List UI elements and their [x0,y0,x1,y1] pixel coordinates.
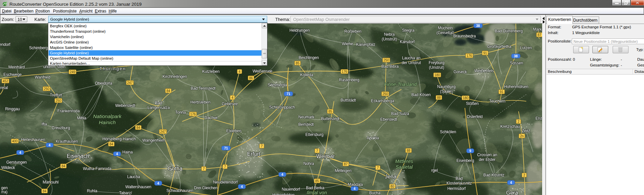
svg-text:(Saale): (Saale) [440,89,452,94]
svg-text:Oberdorla: Oberdorla [95,81,112,86]
svg-text:Bad Bibra: Bad Bibra [382,64,399,69]
svg-text:Tabarz/: Tabarz/ [119,191,132,195]
svg-text:Heldrungen: Heldrungen [289,28,310,33]
svg-text:Dachwi: Dachwi [204,115,217,120]
svg-text:88: 88 [407,149,411,152]
svg-text:250: 250 [56,99,61,103]
svg-text:84: 84 [61,164,65,168]
svg-text:Bad Kösen: Bad Kösen [412,92,431,97]
svg-text:4: 4 [281,173,283,176]
svg-text:Gebesee: Gebesee [222,102,238,106]
svg-text:250: 250 [384,58,389,62]
svg-text:38: 38 [514,54,518,58]
svg-text:Ilmtal von: Ilmtal von [307,190,327,195]
svg-text:Hörselberg-Hainich: Hörselberg-Hainich [102,137,136,141]
svg-text:4: 4 [241,185,243,189]
svg-text:Herleshausen: Herleshausen [21,137,45,142]
svg-text:Elxleben: Elxleben [226,129,241,133]
svg-text:2: 2 [517,120,520,123]
svg-text:Naumburg: Naumburg [437,84,455,89]
svg-text:Braunsbedra: Braunsbedra [453,34,476,38]
svg-text:249: 249 [70,70,76,74]
svg-text:7: 7 [377,166,379,170]
svg-text:Finne-Triasland: Finne-Triasland [384,82,417,87]
svg-text:Eberstedt: Eberstedt [380,117,397,122]
svg-text:Nohra: Nohra [303,161,314,166]
svg-text:Buttstädt: Buttstädt [340,98,356,103]
svg-text:Buttelstedt: Buttelstedt [321,116,340,121]
svg-text:84: 84 [109,142,113,146]
svg-text:Ifta: Ifta [41,122,47,127]
svg-text:Treffurt: Treffurt [50,93,62,98]
svg-text:Nauendorf: Nauendorf [282,187,300,192]
svg-text:Bad Dürrenberg: Bad Dürrenberg [495,29,523,33]
svg-text:85: 85 [296,61,300,65]
svg-text:88: 88 [437,96,441,100]
svg-text:Wiehe: Wiehe [342,41,353,46]
svg-text:retal: retal [0,85,8,90]
svg-text:Bad Sulza: Bad Sulza [391,111,409,116]
svg-text:Freyburg: Freyburg [429,60,444,65]
svg-text:Weißensee: Weißensee [253,69,273,74]
svg-text:Roßleben: Roßleben [344,29,361,34]
svg-text:400: 400 [12,139,18,143]
svg-text:Klosterlausnitz: Klosterlausnitz [446,181,472,186]
svg-text:Magdala: Magdala [348,182,363,187]
svg-text:Goseck: Goseck [453,69,467,74]
svg-text:Schimberg: Schimberg [29,46,48,50]
svg-text:4: 4 [239,70,241,74]
svg-text:Langensalza: Langensalza [147,105,170,110]
svg-text:Crossen an: Crossen an [477,152,497,157]
svg-text:Apolda: Apolda [367,136,379,140]
svg-text:84: 84 [136,126,140,130]
svg-text:endorf: endorf [0,42,10,47]
svg-text:Karsdorf: Karsdorf [400,39,415,44]
svg-text:Bucha: Bucha [369,191,381,195]
svg-text:Kretzschau: Kretzschau [500,124,520,129]
svg-text:Neudietendorf: Neudietendorf [213,180,238,185]
svg-text:2: 2 [523,173,525,177]
svg-text:Schwabhausen: Schwabhausen [166,188,193,193]
svg-text:der Unstrut: der Unstrut [401,60,421,65]
svg-text:4: 4 [354,187,356,191]
svg-text:Haina: Haina [122,150,133,155]
svg-text:Berlstedt: Berlstedt [298,122,314,127]
svg-text:Wutha-Farnroda: Wutha-Farnroda [83,166,112,171]
svg-text:Kölleda: Kölleda [300,73,313,77]
svg-text:Ringgau: Ringgau [5,107,20,111]
svg-text:84: 84 [166,89,170,93]
svg-text:Kutzleben: Kutzleben [202,69,220,74]
svg-text:Lützen: Lützen [520,46,532,50]
svg-text:Mark: Mark [533,27,542,32]
svg-text:4: 4 [49,143,51,147]
svg-text:250: 250 [44,87,50,91]
svg-text:Bad: Bad [456,176,463,181]
svg-text:Bad Tennstedt: Bad Tennstedt [191,86,216,91]
svg-text:Mittleres: Mittleres [395,159,413,164]
svg-text:Kirchheilingen: Kirchheilingen [163,74,187,79]
svg-text:(Unstrut): (Unstrut) [382,37,397,41]
svg-text:Gerstungen: Gerstungen [6,160,27,165]
svg-text:Weimar: Weimar [316,154,335,159]
svg-text:180: 180 [463,96,469,100]
svg-text:247: 247 [127,81,133,85]
svg-text:Sössen: Sössen [510,61,523,65]
svg-text:85: 85 [328,110,332,113]
svg-text:84: 84 [43,189,47,193]
svg-text:38: 38 [476,24,480,28]
svg-text:rgel: rgel [431,168,438,173]
svg-text:Teuchern: Teuchern [489,99,505,104]
svg-text:(Unstrut): (Unstrut) [429,65,444,70]
svg-text:Bad Berka: Bad Berka [306,186,325,190]
svg-text:247: 247 [160,130,166,134]
svg-text:176: 176 [342,70,347,74]
svg-text:Bad: Bad [155,101,162,105]
svg-text:Osterfeld: Osterfeld [467,114,483,119]
svg-text:Steigra: Steigra [402,28,415,33]
svg-text:Creuzburg: Creuzburg [52,126,70,130]
svg-text:Weißenfels: Weißenfels [474,68,494,73]
svg-text:Herbsleben: Herbsleben [190,100,210,105]
svg-text:71: 71 [286,92,290,96]
svg-text:Krauthausen: Krauthausen [56,139,78,144]
svg-text:71: 71 [224,146,228,150]
